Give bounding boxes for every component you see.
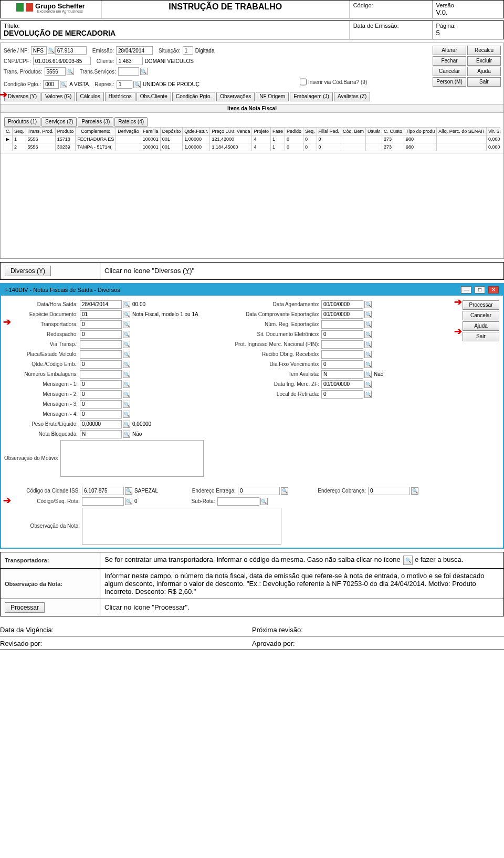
repres-input[interactable] — [117, 80, 132, 89]
transprod-input[interactable] — [45, 67, 66, 76]
search-icon[interactable]: 🔍 — [364, 341, 372, 348]
processar-button[interactable]: Processar — [463, 300, 499, 310]
action-button[interactable]: Cancelar — [433, 67, 466, 76]
field-input[interactable] — [80, 370, 122, 379]
field-input[interactable] — [321, 300, 363, 309]
field-input[interactable] — [321, 350, 363, 359]
search-icon[interactable]: 🔍 — [123, 401, 130, 408]
tab[interactable]: Rateios (4) — [114, 117, 148, 127]
search-icon[interactable]: 🔍 — [125, 498, 132, 505]
field-input[interactable] — [321, 370, 363, 379]
action-button[interactable]: Fechar — [433, 56, 466, 66]
search-icon[interactable]: 🔍 — [123, 431, 130, 438]
action-button[interactable]: Alterar — [433, 46, 466, 55]
codbarra-checkbox[interactable] — [300, 78, 307, 86]
nf-input[interactable] — [55, 46, 87, 55]
field-input[interactable] — [321, 340, 363, 349]
search-icon[interactable]: 🔍 — [123, 331, 130, 338]
field-input[interactable] — [321, 330, 363, 339]
search-icon[interactable]: 🔍 — [411, 487, 418, 495]
field-input[interactable] — [80, 380, 122, 389]
action-button[interactable]: Sair — [467, 77, 501, 87]
search-icon[interactable]: 🔍 — [123, 371, 130, 378]
field-input[interactable] — [321, 320, 363, 329]
tab[interactable]: Observações — [216, 92, 255, 101]
search-icon[interactable]: 🔍 — [364, 301, 372, 308]
search-icon[interactable]: 🔍 — [123, 311, 130, 318]
table-row[interactable]: ▶1555615718FECHADURA ES1000010011,000001… — [4, 135, 501, 143]
search-icon[interactable]: 🔍 — [140, 68, 148, 75]
field-input[interactable] — [80, 340, 122, 349]
search-icon[interactable]: 🔍 — [364, 321, 372, 328]
tab[interactable]: Avalistas (Z) — [334, 92, 370, 101]
search-icon[interactable]: 🔍 — [364, 391, 372, 398]
tab[interactable]: Cálculos — [76, 92, 103, 101]
field-input[interactable] — [80, 420, 122, 428]
field-input[interactable] — [238, 487, 280, 495]
field-input[interactable] — [80, 320, 122, 329]
action-button[interactable]: Ajuda — [467, 67, 501, 76]
field-input[interactable] — [80, 410, 122, 418]
action-button[interactable]: Recalcu — [467, 46, 501, 55]
tab[interactable]: Produtos (1) — [4, 117, 40, 127]
tab[interactable]: Obs.Cliente — [136, 92, 171, 101]
field-input[interactable] — [321, 380, 363, 389]
field-input[interactable] — [80, 360, 122, 369]
search-icon[interactable]: 🔍 — [281, 487, 288, 495]
serie-input[interactable] — [31, 46, 47, 55]
emissao-input[interactable] — [116, 46, 153, 55]
field-input[interactable] — [82, 487, 124, 495]
transserv-input[interactable] — [118, 67, 139, 76]
field-input[interactable] — [321, 390, 363, 399]
search-icon[interactable]: 🔍 — [123, 321, 130, 328]
search-icon[interactable]: 🔍 — [364, 381, 372, 388]
search-icon[interactable]: 🔍 — [364, 311, 372, 318]
cliente-input[interactable] — [117, 57, 143, 65]
field-input[interactable] — [80, 430, 122, 438]
search-icon[interactable]: 🔍 — [123, 301, 130, 308]
situacao-input[interactable] — [183, 46, 193, 55]
action-button[interactable]: Person.(M) — [433, 77, 466, 87]
close-icon[interactable]: ✕ — [488, 286, 499, 294]
search-icon[interactable]: 🔍 — [364, 351, 372, 358]
tab[interactable]: NF Origem — [256, 92, 289, 101]
search-icon[interactable]: 🔍 — [67, 68, 74, 75]
field-input[interactable] — [80, 350, 122, 359]
field-input[interactable] — [80, 390, 122, 399]
search-icon[interactable]: 🔍 — [123, 341, 130, 348]
cancelar-button[interactable]: Cancelar — [463, 311, 499, 320]
field-input[interactable] — [217, 497, 259, 506]
field-input[interactable] — [80, 330, 122, 339]
search-icon[interactable]: 🔍 — [123, 391, 130, 398]
field-input[interactable] — [82, 497, 124, 506]
search-icon[interactable]: 🔍 — [60, 81, 67, 88]
observacao-textarea[interactable] — [60, 440, 204, 477]
tab[interactable]: Parcelas (3) — [78, 117, 113, 127]
search-icon[interactable]: 🔍 — [123, 351, 130, 358]
field-input[interactable] — [80, 400, 122, 409]
search-icon[interactable]: 🔍 — [123, 381, 130, 388]
search-icon[interactable]: 🔍 — [125, 487, 132, 495]
field-input[interactable] — [321, 360, 363, 369]
tab[interactable]: Serviços (2) — [41, 117, 77, 127]
condpgto-input[interactable] — [43, 80, 59, 89]
field-input[interactable] — [80, 310, 122, 319]
search-icon[interactable]: 🔍 — [123, 361, 130, 368]
tab[interactable]: Diversos (Y) — [4, 92, 40, 101]
tab[interactable]: Históricos — [105, 92, 135, 101]
search-icon[interactable]: 🔍 — [123, 411, 130, 418]
field-input[interactable] — [80, 300, 122, 309]
field-input[interactable] — [368, 487, 410, 495]
field-input[interactable] — [321, 310, 363, 319]
search-icon[interactable]: 🔍 — [364, 371, 372, 378]
observacao-textarea[interactable] — [82, 508, 281, 545]
search-icon[interactable]: 🔍 — [364, 361, 372, 368]
table-row[interactable]: 2555630239TAMPA - 51714(1000010011,00000… — [4, 143, 501, 151]
search-icon[interactable]: 🔍 — [48, 47, 55, 54]
search-icon[interactable]: 🔍 — [364, 331, 372, 338]
tab[interactable]: Condição Pgto. — [172, 92, 215, 101]
tab[interactable]: Embalagem (J) — [290, 92, 333, 101]
search-icon[interactable]: 🔍 — [260, 498, 268, 505]
action-button[interactable]: Excluir — [467, 56, 501, 66]
ajuda-button[interactable]: Ajuda — [463, 321, 499, 331]
